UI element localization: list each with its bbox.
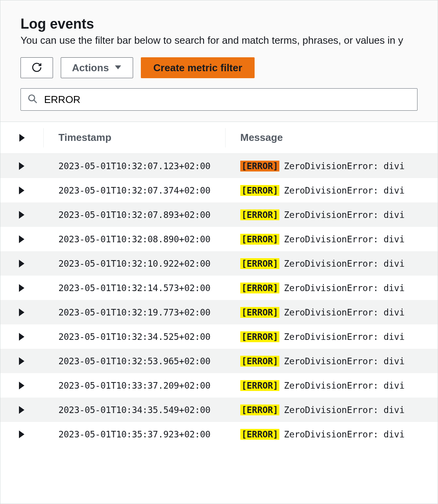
message-text: ZeroDivisionError: divi <box>284 381 405 391</box>
message-cell: [ERROR]ZeroDivisionError: divi <box>226 429 438 440</box>
message-text: ZeroDivisionError: divi <box>284 210 405 220</box>
table-row[interactable]: 2023-05-01T10:35:37.923+02:00[ERROR]Zero… <box>0 422 438 446</box>
message-cell: [ERROR]ZeroDivisionError: divi <box>226 283 438 293</box>
expand-toggle[interactable] <box>0 382 44 389</box>
message-cell: [ERROR]ZeroDivisionError: divi <box>226 331 438 342</box>
message-cell: [ERROR]ZeroDivisionError: divi <box>226 185 438 196</box>
table-row[interactable]: 2023-05-01T10:32:10.922+02:00[ERROR]Zero… <box>0 251 438 276</box>
timestamp-cell: 2023-05-01T10:35:37.923+02:00 <box>44 429 226 439</box>
error-badge: [ERROR] <box>240 161 279 171</box>
timestamp-cell: 2023-05-01T10:32:19.773+02:00 <box>44 307 226 317</box>
actions-button[interactable]: Actions <box>61 57 133 78</box>
table-row[interactable]: 2023-05-01T10:32:34.525+02:00[ERROR]Zero… <box>0 324 438 349</box>
message-cell: [ERROR]ZeroDivisionError: divi <box>226 234 438 245</box>
table-body: 2023-05-01T10:32:07.123+02:00[ERROR]Zero… <box>0 154 438 446</box>
message-cell: [ERROR]ZeroDivisionError: divi <box>226 405 438 415</box>
expand-toggle[interactable] <box>0 333 44 341</box>
search-container <box>21 88 417 111</box>
page-subtitle: You can use the filter bar below to sear… <box>21 34 417 46</box>
timestamp-cell: 2023-05-01T10:32:07.123+02:00 <box>44 161 226 171</box>
search-input[interactable] <box>21 88 417 111</box>
create-metric-filter-button[interactable]: Create metric filter <box>141 57 255 78</box>
message-cell: [ERROR]ZeroDivisionError: divi <box>226 258 438 269</box>
message-text: ZeroDivisionError: divi <box>284 307 405 317</box>
timestamp-cell: 2023-05-01T10:34:35.549+02:00 <box>44 405 226 415</box>
error-badge: [ERROR] <box>240 258 279 269</box>
message-text: ZeroDivisionError: divi <box>284 356 405 366</box>
svg-line-1 <box>34 100 37 103</box>
message-column-header[interactable]: Message <box>226 128 438 147</box>
caret-right-icon <box>19 187 24 194</box>
message-text: ZeroDivisionError: divi <box>284 332 405 342</box>
expand-toggle[interactable] <box>0 284 44 292</box>
caret-right-icon <box>19 357 24 365</box>
timestamp-cell: 2023-05-01T10:33:37.209+02:00 <box>44 381 226 391</box>
caret-right-icon <box>19 284 24 292</box>
message-text: ZeroDivisionError: divi <box>284 161 405 171</box>
table-row[interactable]: 2023-05-01T10:32:07.123+02:00[ERROR]Zero… <box>0 154 438 178</box>
search-icon <box>27 94 38 105</box>
timestamp-column-header[interactable]: Timestamp <box>44 128 226 147</box>
table-header-row: Timestamp Message <box>0 122 438 154</box>
message-cell: [ERROR]ZeroDivisionError: divi <box>226 209 438 220</box>
table-row[interactable]: 2023-05-01T10:33:37.209+02:00[ERROR]Zero… <box>0 373 438 398</box>
table-row[interactable]: 2023-05-01T10:32:07.374+02:00[ERROR]Zero… <box>0 178 438 202</box>
table-row[interactable]: 2023-05-01T10:32:14.573+02:00[ERROR]Zero… <box>0 276 438 300</box>
table-row[interactable]: 2023-05-01T10:32:19.773+02:00[ERROR]Zero… <box>0 300 438 324</box>
timestamp-cell: 2023-05-01T10:32:07.893+02:00 <box>44 210 226 220</box>
error-badge: [ERROR] <box>240 356 279 367</box>
expand-toggle[interactable] <box>0 309 44 316</box>
timestamp-cell: 2023-05-01T10:32:08.890+02:00 <box>44 234 226 244</box>
timestamp-cell: 2023-05-01T10:32:10.922+02:00 <box>44 259 226 269</box>
timestamp-cell: 2023-05-01T10:32:34.525+02:00 <box>44 332 226 342</box>
refresh-icon <box>31 62 42 74</box>
page-title: Log events <box>21 16 417 32</box>
expand-toggle[interactable] <box>0 162 44 170</box>
error-badge: [ERROR] <box>240 185 279 196</box>
caret-right-icon <box>19 406 24 414</box>
expand-toggle[interactable] <box>0 211 44 219</box>
table-row[interactable]: 2023-05-01T10:32:53.965+02:00[ERROR]Zero… <box>0 349 438 373</box>
caret-right-icon <box>19 430 24 438</box>
expand-toggle[interactable] <box>0 430 44 438</box>
table-row[interactable]: 2023-05-01T10:32:07.893+02:00[ERROR]Zero… <box>0 202 438 227</box>
header-section: Log events You can use the filter bar be… <box>0 0 438 122</box>
message-text: ZeroDivisionError: divi <box>284 234 405 244</box>
caret-right-icon <box>19 235 24 243</box>
caret-right-icon <box>19 162 24 170</box>
expand-column-header[interactable] <box>0 128 44 147</box>
error-badge: [ERROR] <box>240 331 279 342</box>
caret-right-icon <box>19 134 25 142</box>
log-table: Timestamp Message 2023-05-01T10:32:07.12… <box>0 122 438 446</box>
expand-toggle[interactable] <box>0 187 44 194</box>
expand-toggle[interactable] <box>0 235 44 243</box>
table-row[interactable]: 2023-05-01T10:34:35.549+02:00[ERROR]Zero… <box>0 398 438 422</box>
message-cell: [ERROR]ZeroDivisionError: divi <box>226 380 438 391</box>
timestamp-cell: 2023-05-01T10:32:07.374+02:00 <box>44 185 226 195</box>
message-cell: [ERROR]ZeroDivisionError: divi <box>226 307 438 318</box>
message-cell: [ERROR]ZeroDivisionError: divi <box>226 161 438 171</box>
message-cell: [ERROR]ZeroDivisionError: divi <box>226 356 438 367</box>
timestamp-cell: 2023-05-01T10:32:53.965+02:00 <box>44 356 226 366</box>
actions-label: Actions <box>72 62 109 74</box>
chevron-down-icon <box>114 62 122 74</box>
table-row[interactable]: 2023-05-01T10:32:08.890+02:00[ERROR]Zero… <box>0 227 438 251</box>
error-badge: [ERROR] <box>240 307 279 318</box>
log-events-panel: Log events You can use the filter bar be… <box>0 0 438 504</box>
message-text: ZeroDivisionError: divi <box>284 429 405 439</box>
error-badge: [ERROR] <box>240 283 279 293</box>
caret-right-icon <box>19 382 24 389</box>
error-badge: [ERROR] <box>240 405 279 415</box>
svg-point-0 <box>29 95 34 101</box>
expand-toggle[interactable] <box>0 357 44 365</box>
error-badge: [ERROR] <box>240 209 279 220</box>
expand-toggle[interactable] <box>0 406 44 414</box>
timestamp-cell: 2023-05-01T10:32:14.573+02:00 <box>44 283 226 293</box>
expand-toggle[interactable] <box>0 260 44 267</box>
message-text: ZeroDivisionError: divi <box>284 259 405 269</box>
caret-right-icon <box>19 309 24 316</box>
error-badge: [ERROR] <box>240 429 279 440</box>
refresh-button[interactable] <box>21 57 53 78</box>
message-text: ZeroDivisionError: divi <box>284 405 405 415</box>
caret-right-icon <box>19 211 24 219</box>
